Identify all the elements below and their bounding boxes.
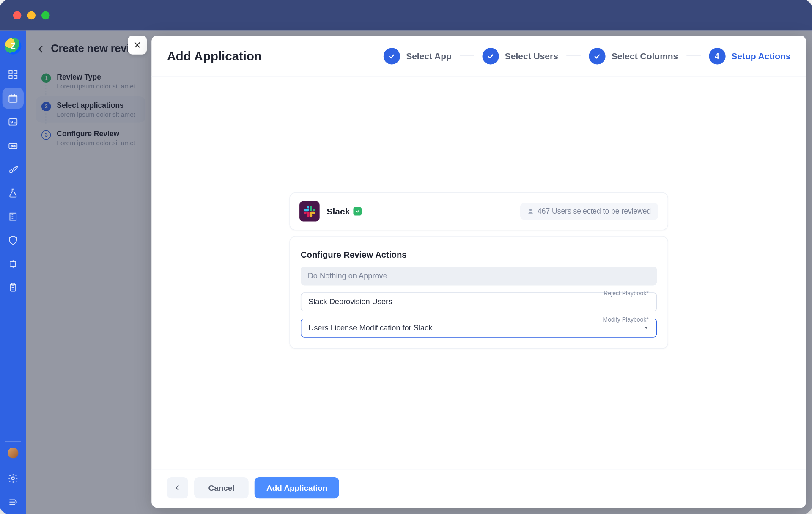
modal-footer: Cancel Add Application xyxy=(151,470,806,508)
clipboard-icon xyxy=(8,283,18,293)
svg-rect-5 xyxy=(9,119,17,125)
close-modal-button[interactable] xyxy=(128,36,147,55)
approve-action-value: Do Nothing on Approve xyxy=(301,266,657,285)
modify-playbook-label: Modify Playbook* xyxy=(603,316,649,322)
svg-rect-3 xyxy=(14,75,17,78)
rail-calendar[interactable] xyxy=(3,88,24,109)
hstep-separator xyxy=(460,56,474,56)
rail-dashboard[interactable] xyxy=(3,64,24,85)
check-badge xyxy=(483,48,499,64)
check-icon xyxy=(486,52,495,60)
hstep-select-columns[interactable]: Select Columns xyxy=(589,48,678,64)
calendar-icon xyxy=(8,93,18,104)
cancel-button[interactable]: Cancel xyxy=(194,477,249,498)
app-summary-card: Slack 467 Users selected to be reviewed xyxy=(289,192,668,230)
window-minimize-dot[interactable] xyxy=(27,11,36,20)
configure-section-title: Configure Review Actions xyxy=(301,250,657,259)
cancel-button-label: Cancel xyxy=(208,484,235,492)
rail-automation[interactable] xyxy=(3,253,24,275)
collapse-icon xyxy=(8,497,18,507)
close-icon xyxy=(133,41,142,49)
hstep-separator xyxy=(566,56,581,56)
app-window: Z Create new xyxy=(0,0,812,514)
svg-rect-10 xyxy=(10,213,16,220)
add-application-button-label: Add Application xyxy=(266,484,327,492)
rail-team[interactable] xyxy=(3,135,24,156)
app-name: Slack xyxy=(326,206,350,216)
gear-icon xyxy=(8,473,18,484)
modal-header: Add Application Select App Select Users xyxy=(151,36,806,77)
window-maximize-dot[interactable] xyxy=(41,11,50,20)
svg-rect-2 xyxy=(9,75,12,78)
shield-icon xyxy=(8,235,18,246)
modify-playbook-value: Users License Modification for Slack xyxy=(308,323,432,332)
svg-point-9 xyxy=(14,145,15,147)
slack-app-logo xyxy=(299,201,320,221)
add-application-button[interactable]: Add Application xyxy=(255,477,339,498)
rail-reports[interactable] xyxy=(3,277,24,298)
step-number-badge: 4 xyxy=(709,48,725,64)
flask-icon xyxy=(8,188,18,198)
svg-point-14 xyxy=(12,477,14,480)
hstep-label: Select Users xyxy=(505,51,558,61)
modal-body: Slack 467 Users selected to be reviewed … xyxy=(151,77,806,470)
svg-rect-11 xyxy=(11,262,15,266)
rail-settings[interactable] xyxy=(3,468,24,489)
verified-badge xyxy=(354,207,362,215)
hstep-label: Select App xyxy=(406,51,452,61)
modal-stepper: Select App Select Users Select Columns xyxy=(384,48,791,64)
brand-logo[interactable]: Z xyxy=(5,38,21,55)
chip-icon xyxy=(8,259,18,269)
rail-security[interactable] xyxy=(3,230,24,251)
hstep-label: Setup Actions xyxy=(731,51,790,61)
hstep-select-app[interactable]: Select App xyxy=(384,48,452,64)
rail-launch[interactable] xyxy=(3,159,24,180)
team-icon xyxy=(8,140,18,151)
approve-action-field: Do Nothing on Approve xyxy=(301,266,657,285)
hstep-separator xyxy=(686,56,701,56)
svg-rect-4 xyxy=(9,95,17,102)
chevron-down-icon xyxy=(643,325,649,331)
add-application-modal: Add Application Select App Select Users xyxy=(151,36,806,508)
check-icon xyxy=(355,209,360,214)
svg-rect-1 xyxy=(14,71,17,74)
rocket-icon xyxy=(8,164,18,175)
svg-point-15 xyxy=(529,209,532,211)
slack-icon xyxy=(304,205,315,217)
check-icon xyxy=(593,52,601,60)
selected-users-text: 467 Users selected to be reviewed xyxy=(538,207,651,215)
chevron-left-icon xyxy=(173,484,182,492)
grid-icon xyxy=(8,69,18,80)
brand-logo-letter: Z xyxy=(11,41,16,51)
rail-collapse[interactable] xyxy=(3,492,24,513)
mac-titlebar xyxy=(0,0,812,31)
rail-org[interactable] xyxy=(3,206,24,227)
hstep-label: Select Columns xyxy=(612,51,678,61)
svg-point-8 xyxy=(11,145,13,147)
rail-users[interactable] xyxy=(3,111,24,132)
hstep-setup-actions[interactable]: 4 Setup Actions xyxy=(709,48,791,64)
svg-rect-7 xyxy=(9,143,17,149)
svg-point-6 xyxy=(11,121,13,123)
back-button[interactable] xyxy=(167,477,188,498)
modify-playbook-field[interactable]: Modify Playbook* Users License Modificat… xyxy=(301,318,657,337)
check-badge xyxy=(384,48,400,64)
window-close-dot[interactable] xyxy=(13,11,22,20)
user-avatar[interactable] xyxy=(8,448,18,458)
svg-rect-0 xyxy=(9,71,12,74)
rail-divider xyxy=(5,441,21,442)
modal-title: Add Application xyxy=(167,49,262,63)
check-icon xyxy=(388,52,396,60)
id-card-icon xyxy=(8,117,18,127)
user-icon xyxy=(527,208,534,214)
hstep-select-users[interactable]: Select Users xyxy=(483,48,558,64)
rail-lab[interactable] xyxy=(3,182,24,203)
left-rail: Z xyxy=(0,31,26,514)
check-badge xyxy=(589,48,606,64)
selected-users-chip: 467 Users selected to be reviewed xyxy=(520,203,658,219)
configure-actions-card: Configure Review Actions Do Nothing on A… xyxy=(289,236,668,349)
reject-playbook-label: Reject Playbook* xyxy=(604,290,649,296)
reject-playbook-field[interactable]: Reject Playbook* Slack Deprovision Users xyxy=(301,292,657,311)
building-icon xyxy=(8,212,18,222)
